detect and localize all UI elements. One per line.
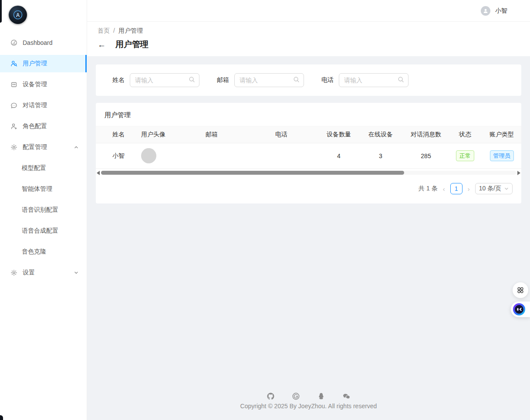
- device-icon: [10, 81, 17, 88]
- sidebar-item-label: 角色配置: [23, 122, 47, 130]
- sidebar-subitem-label: 智能体管理: [22, 185, 52, 193]
- chat-bubble-icon: [10, 102, 17, 109]
- sidebar-item-role-config[interactable]: 角色配置: [0, 118, 87, 135]
- sidebar-subitem-model-config[interactable]: 模型配置: [0, 159, 87, 177]
- sidebar-subitem-voice-clone[interactable]: 音色克隆: [0, 243, 87, 261]
- sidebar-item-device-management[interactable]: 设备管理: [0, 76, 87, 93]
- gear-icon: [10, 269, 17, 276]
- cell-status: 正常: [450, 143, 480, 169]
- column-header-device-count: 设备数量: [318, 126, 360, 143]
- table-header-row: 姓名 用户头像 邮箱 电话 设备数量 在线设备 对话消息数 状态 账户类型: [96, 126, 521, 143]
- back-arrow-icon[interactable]: ←: [98, 41, 106, 49]
- column-header-avatar: 用户头像: [138, 126, 202, 143]
- content-area: 姓名 邮箱 电话: [87, 56, 530, 420]
- pagination: 共 1 条 ‹ 1 › 10 条/页: [96, 176, 521, 203]
- sidebar-subitem-label: 语音合成配置: [22, 227, 58, 235]
- search-icon[interactable]: [398, 76, 404, 84]
- breadcrumb-separator: /: [113, 27, 115, 35]
- email-search-input-wrap: [234, 73, 304, 87]
- grid-dots-icon: [516, 286, 524, 294]
- email-search-input[interactable]: [240, 77, 293, 84]
- scrollbar-track[interactable]: [101, 171, 516, 175]
- cell-message-count: 285: [402, 143, 450, 169]
- chevron-down-icon: [74, 270, 79, 275]
- scroll-right-arrow[interactable]: [517, 171, 520, 175]
- sidebar-subitem-label: 模型配置: [22, 164, 46, 172]
- column-header-online-devices: 在线设备: [360, 126, 402, 143]
- sidebar-subitem-label: 语音识别配置: [22, 206, 58, 214]
- search-icon[interactable]: [293, 76, 300, 84]
- next-page-icon[interactable]: ›: [466, 186, 471, 192]
- qq-icon[interactable]: [317, 392, 325, 400]
- user-search-icon: [10, 60, 17, 67]
- filter-group-email: 邮箱: [217, 73, 304, 87]
- prev-page-icon[interactable]: ‹: [442, 186, 446, 192]
- user-add-icon: [10, 123, 17, 130]
- footer-social-icons: [96, 392, 521, 400]
- sidebar-item-user-management[interactable]: 用户管理: [0, 55, 87, 72]
- sidebar-item-label: 配置管理: [23, 143, 47, 151]
- column-header-account-type: 账户类型: [480, 126, 521, 143]
- column-header-email: 邮箱: [202, 126, 272, 143]
- wechat-icon[interactable]: [342, 392, 351, 400]
- avatar[interactable]: [481, 6, 490, 16]
- gitee-icon[interactable]: [292, 392, 300, 400]
- chevron-up-icon: [74, 145, 79, 150]
- table-row[interactable]: 小智 4 3 285 正常 管理员: [96, 143, 521, 169]
- sidebar-item-settings[interactable]: 设置: [0, 264, 87, 281]
- sidebar-item-conversation-management[interactable]: 对话管理: [0, 97, 87, 114]
- dashboard-icon: [10, 39, 17, 46]
- cell-device-count: 4: [318, 143, 360, 169]
- scrollbar-thumb[interactable]: [101, 171, 404, 175]
- window-edge-artifact-bottom: [0, 415, 3, 420]
- cell-avatar: [138, 143, 202, 169]
- page-title: 用户管理: [115, 39, 149, 50]
- table-card-title: 用户管理: [96, 103, 521, 126]
- footer: Copyright © 2025 By JoeyZhou. All rights…: [96, 392, 521, 410]
- pagination-total: 共 1 条: [419, 185, 438, 193]
- github-icon[interactable]: [267, 392, 275, 400]
- widget-grid-button[interactable]: [513, 282, 528, 298]
- chevron-down-icon: [504, 186, 509, 191]
- name-search-input-wrap: [130, 73, 199, 87]
- status-badge: 正常: [456, 150, 474, 161]
- sidebar-subitem-agent-management[interactable]: 智能体管理: [0, 180, 87, 198]
- phone-search-input[interactable]: [344, 77, 398, 84]
- app-logo[interactable]: A: [0, 0, 87, 28]
- sidebar-subitem-asr-config[interactable]: 语音识别配置: [0, 201, 87, 219]
- sidebar-menu: Dashboard 用户管理 设备管理: [0, 28, 87, 281]
- cell-account-type: 管理员: [480, 143, 521, 169]
- sidebar-item-label: 设置: [23, 269, 35, 277]
- filter-group-name: 姓名: [112, 73, 199, 87]
- sidebar-item-config-management[interactable]: 配置管理: [0, 139, 87, 156]
- horizontal-scrollbar: [97, 170, 520, 176]
- current-page-button[interactable]: 1: [450, 183, 462, 194]
- phone-search-input-wrap: [339, 73, 408, 87]
- sidebar-item-dashboard[interactable]: Dashboard: [0, 34, 87, 51]
- ai-assistant-button[interactable]: [511, 301, 530, 317]
- topbar: 小智: [87, 0, 530, 22]
- sidebar-item-label: 对话管理: [23, 102, 47, 109]
- page-size-select[interactable]: 10 条/页: [475, 183, 513, 194]
- sidebar-item-label: 设备管理: [23, 81, 47, 88]
- username[interactable]: 小智: [495, 7, 507, 15]
- robot-face-icon: [513, 303, 525, 315]
- breadcrumb-home[interactable]: 首页: [98, 27, 110, 35]
- account-type-badge: 管理员: [490, 150, 514, 161]
- scroll-left-arrow[interactable]: [97, 171, 100, 175]
- cell-email: [202, 143, 272, 169]
- user-table: 姓名 用户头像 邮箱 电话 设备数量 在线设备 对话消息数 状态 账户类型: [96, 126, 521, 169]
- column-header-phone: 电话: [272, 126, 318, 143]
- window-edge-artifact-top: [0, 0, 2, 23]
- user-table-card: 用户管理 姓名 用户头像 邮箱 电话 设备数量 在线设备: [96, 103, 521, 203]
- column-header-name: 姓名: [96, 126, 138, 143]
- table-scroll-area: 姓名 用户头像 邮箱 电话 设备数量 在线设备 对话消息数 状态 账户类型: [96, 126, 521, 169]
- svg-text:A: A: [16, 12, 20, 18]
- column-header-status: 状态: [450, 126, 480, 143]
- cell-online-devices: 3: [360, 143, 402, 169]
- filter-label-email: 邮箱: [217, 76, 229, 84]
- name-search-input[interactable]: [135, 77, 189, 84]
- sidebar-subitem-tts-config[interactable]: 语音合成配置: [0, 222, 87, 240]
- search-icon[interactable]: [189, 76, 195, 84]
- filter-label-phone: 电话: [321, 76, 334, 84]
